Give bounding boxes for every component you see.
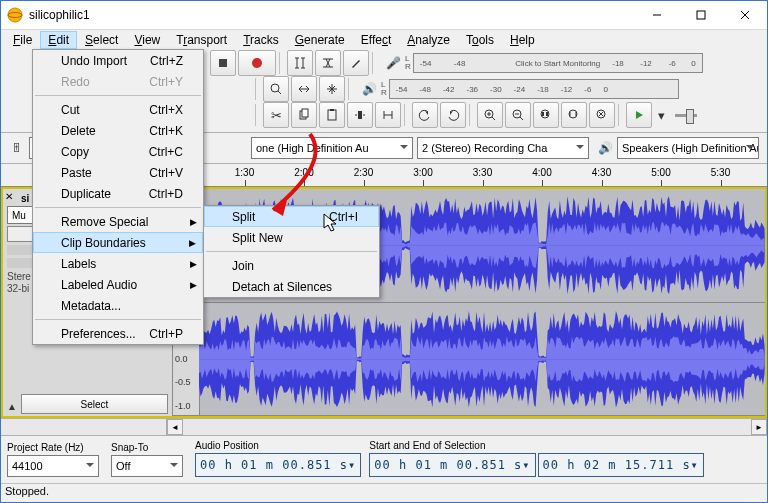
play-speed-slider[interactable] xyxy=(675,114,697,117)
scroll-left-button[interactable]: ◄ xyxy=(167,419,183,435)
submenu-item-join[interactable]: Join xyxy=(204,255,379,276)
waveform-right-channel[interactable]: 1.00.50.0-0.5-1.0 xyxy=(173,303,765,417)
svg-point-18 xyxy=(271,84,279,92)
svg-rect-28 xyxy=(330,109,334,111)
menu-file[interactable]: File xyxy=(5,31,40,49)
window-title: silicophilic1 xyxy=(29,8,635,22)
menu-item-copy[interactable]: CopyCtrl+C xyxy=(33,141,203,162)
titlebar: silicophilic1 xyxy=(1,1,767,30)
menu-help[interactable]: Help xyxy=(502,31,543,49)
waveform-graphic xyxy=(199,303,765,416)
menu-item-metadata-[interactable]: Metadata... xyxy=(33,295,203,316)
fit-project-button[interactable] xyxy=(561,102,587,128)
submenu-item-split-new[interactable]: Split New xyxy=(204,227,379,248)
svg-point-7 xyxy=(252,58,262,68)
trim-button[interactable] xyxy=(347,102,373,128)
track-select-button[interactable]: Select xyxy=(21,394,168,414)
horizontal-scrollbar[interactable]: ◄ ► xyxy=(1,418,767,435)
envelope-tool[interactable] xyxy=(315,50,341,76)
menu-item-clip-boundaries[interactable]: Clip Boundaries▶ xyxy=(33,232,203,253)
record-button[interactable] xyxy=(238,50,276,76)
svg-rect-26 xyxy=(302,109,308,117)
svg-line-40 xyxy=(520,117,523,120)
playback-meter[interactable]: -54-48-42-36-30-24-18-12-60 xyxy=(389,79,679,99)
collapse-icon[interactable]: ▲ xyxy=(7,401,17,412)
zoom-tool[interactable] xyxy=(263,76,289,102)
fit-selection-button[interactable] xyxy=(533,102,559,128)
svg-point-0 xyxy=(8,8,22,22)
timeshift-tool[interactable] xyxy=(291,76,317,102)
track-name: si xyxy=(21,193,29,204)
menu-view[interactable]: View xyxy=(126,31,168,49)
audio-host-icon: 🎚 xyxy=(7,141,27,155)
menu-analyze[interactable]: Analyze xyxy=(399,31,458,49)
zoom-toggle-button[interactable] xyxy=(589,102,615,128)
menu-item-labels[interactable]: Labels▶ xyxy=(33,253,203,274)
play-speed-dropdown[interactable]: ▾ xyxy=(654,103,668,127)
audio-position-display[interactable]: 00 h 01 m 00.851 s▾ xyxy=(195,453,361,477)
menu-item-delete[interactable]: DeleteCtrl+K xyxy=(33,120,203,141)
status-bar: Stopped. xyxy=(1,483,767,502)
snap-to-combo[interactable]: Off xyxy=(111,455,183,477)
scroll-right-button[interactable]: ► xyxy=(751,419,767,435)
project-rate-combo[interactable]: 44100 xyxy=(7,455,99,477)
menu-generate[interactable]: Generate xyxy=(287,31,353,49)
undo-button[interactable] xyxy=(412,102,438,128)
paste-button[interactable] xyxy=(319,102,345,128)
zoom-in-button[interactable] xyxy=(477,102,503,128)
menu-item-preferences-[interactable]: Preferences...Ctrl+P xyxy=(33,323,203,344)
menu-tools[interactable]: Tools xyxy=(458,31,502,49)
menu-tracks[interactable]: Tracks xyxy=(235,31,287,49)
stop-button[interactable] xyxy=(210,50,236,76)
selection-end-display[interactable]: 00 h 02 m 15.711 s▾ xyxy=(538,453,704,477)
menu-item-duplicate[interactable]: DuplicateCtrl+D xyxy=(33,183,203,204)
menu-item-redo[interactable]: RedoCtrl+Y xyxy=(33,71,203,92)
clip-boundaries-submenu: SplitCtrl+ISplit NewJoinDetach at Silenc… xyxy=(203,205,380,298)
svg-line-36 xyxy=(492,117,495,120)
app-icon xyxy=(7,7,23,23)
menu-item-undo-import[interactable]: Undo ImportCtrl+Z xyxy=(33,50,203,71)
recording-meter[interactable]: -54 -48 Click to Start Monitoring -18 -1… xyxy=(413,53,703,73)
close-button[interactable] xyxy=(723,1,767,29)
edit-menu-dropdown: Undo ImportCtrl+ZRedoCtrl+YCutCtrl+XDele… xyxy=(32,49,204,345)
selection-start-display[interactable]: 00 h 01 m 00.851 s▾ xyxy=(369,453,535,477)
svg-rect-29 xyxy=(358,111,362,119)
menu-item-labeled-audio[interactable]: Labeled Audio▶ xyxy=(33,274,203,295)
silence-button[interactable] xyxy=(375,102,401,128)
speaker-device-icon: 🔊 xyxy=(595,141,615,155)
multi-tool[interactable] xyxy=(319,76,345,102)
recording-channels-combo[interactable]: 2 (Stereo) Recording Cha xyxy=(417,137,589,159)
cut-button[interactable]: ✂ xyxy=(263,102,289,128)
svg-rect-3 xyxy=(697,11,705,19)
submenu-item-detach-at-silences[interactable]: Detach at Silences xyxy=(204,276,379,297)
menu-transport[interactable]: Transport xyxy=(168,31,235,49)
submenu-item-split[interactable]: SplitCtrl+I xyxy=(204,206,379,227)
copy-button[interactable] xyxy=(291,102,317,128)
selection-tool[interactable] xyxy=(287,50,313,76)
mic-icon: 🎤 xyxy=(383,56,403,70)
menu-item-paste[interactable]: PasteCtrl+V xyxy=(33,162,203,183)
speaker-icon: 🔊 xyxy=(359,82,379,96)
menu-item-remove-special[interactable]: Remove Special▶ xyxy=(33,211,203,232)
menu-item-cut[interactable]: CutCtrl+X xyxy=(33,99,203,120)
svg-rect-44 xyxy=(546,112,548,116)
recording-device-combo[interactable]: one (High Definition Au xyxy=(251,137,413,159)
redo-button[interactable] xyxy=(440,102,466,128)
playback-device-combo[interactable]: Speakers (High Definition Audio xyxy=(617,137,759,159)
menu-edit[interactable]: Edit xyxy=(40,31,77,49)
svg-line-19 xyxy=(278,91,281,94)
play-at-speed-button[interactable] xyxy=(626,102,652,128)
draw-tool[interactable] xyxy=(343,50,369,76)
track-close-button[interactable]: ✕ xyxy=(5,191,13,202)
minimize-button[interactable] xyxy=(635,1,679,29)
svg-rect-27 xyxy=(328,110,336,120)
svg-rect-43 xyxy=(542,112,544,116)
svg-rect-6 xyxy=(219,59,227,67)
menu-effect[interactable]: Effect xyxy=(353,31,399,49)
zoom-out-button[interactable] xyxy=(505,102,531,128)
menubar: File Edit Select View Transport Tracks G… xyxy=(1,30,767,50)
menu-select[interactable]: Select xyxy=(77,31,126,49)
maximize-button[interactable] xyxy=(679,1,723,29)
selection-toolbar: Project Rate (Hz) 44100 Snap-To Off Audi… xyxy=(1,435,767,483)
